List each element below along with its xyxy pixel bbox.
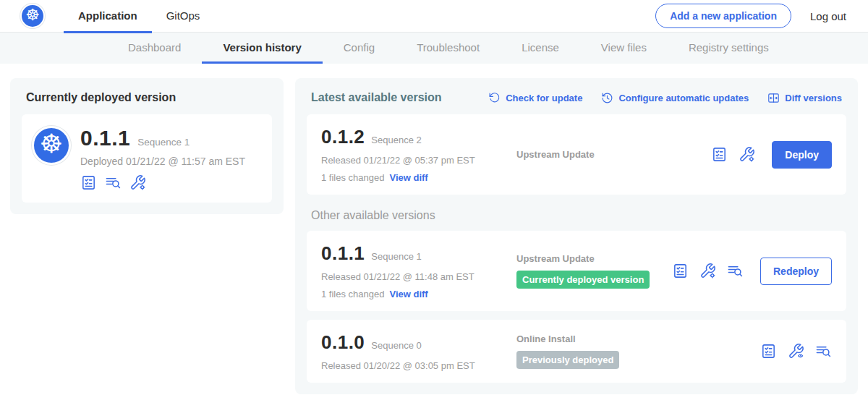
edit-config-icon[interactable]	[699, 263, 716, 279]
deployed-timestamp: Deployed 01/21/22 @ 11:57 am EST	[80, 156, 245, 167]
deployed-version-number: 0.1.1	[80, 126, 130, 150]
other-available-versions-title: Other available versions	[311, 209, 846, 222]
subnav-tab-dashboard[interactable]: Dashboard	[107, 33, 202, 64]
main-content: Currently deployed version ☸ 0.1.1 Seque…	[0, 64, 868, 394]
tab-gitops[interactable]: GitOps	[152, 0, 215, 33]
view-diff-link[interactable]: View diff	[389, 172, 427, 183]
previously-deployed-badge: Previously deployed	[516, 351, 619, 369]
version-source-label: Upstream Update	[516, 149, 711, 160]
released-timestamp: Released 01/20/22 @ 03:05 pm EST	[321, 360, 503, 371]
version-source-label: Upstream Update	[516, 253, 672, 264]
sequence-label: Sequence 2	[371, 135, 421, 145]
deployed-sequence-label: Sequence 1	[137, 137, 190, 148]
edit-config-icon[interactable]	[129, 174, 146, 191]
preflight-checks-icon[interactable]	[672, 263, 689, 279]
files-changed-label: 1 files changed	[321, 289, 384, 299]
schedule-update-icon	[601, 92, 613, 104]
version-number: 0.1.2	[321, 126, 365, 148]
version-row-0-1-2: 0.1.2 Sequence 2 Released 01/21/22 @ 05:…	[307, 114, 846, 195]
check-for-update-link[interactable]: Check for update	[488, 92, 582, 104]
redeploy-button[interactable]: Redeploy	[760, 258, 832, 285]
preflight-checks-icon[interactable]	[760, 343, 777, 360]
subnav-tab-registry-settings[interactable]: Registry settings	[668, 33, 790, 64]
sequence-label: Sequence 1	[371, 251, 421, 262]
subnav-tab-version-history[interactable]: Version history	[202, 33, 322, 64]
add-new-application-button[interactable]: Add a new application	[655, 4, 791, 28]
view-diff-link[interactable]: View diff	[389, 289, 427, 299]
version-source-label: Online Install	[516, 333, 760, 344]
version-number: 0.1.1	[321, 242, 365, 265]
version-number: 0.1.0	[321, 331, 365, 354]
subnav-tab-config[interactable]: Config	[323, 33, 396, 64]
currently-deployed-badge: Currently deployed version	[516, 271, 650, 289]
currently-deployed-title: Currently deployed version	[22, 91, 272, 104]
app-kubernetes-icon: ☸	[32, 126, 71, 165]
released-timestamp: Released 01/21/22 @ 05:37 pm EST	[321, 155, 503, 166]
app-nav-tabs: Application GitOps	[64, 0, 214, 33]
latest-available-title: Latest available version	[311, 91, 442, 104]
diff-versions-link[interactable]: Diff versions	[767, 92, 842, 104]
configure-automatic-updates-link[interactable]: Configure automatic updates	[601, 92, 749, 104]
edit-config-icon[interactable]	[739, 146, 755, 163]
currently-deployed-panel: Currently deployed version ☸ 0.1.1 Seque…	[10, 78, 284, 214]
release-notes-icon[interactable]	[727, 263, 744, 279]
preflight-checks-icon[interactable]	[711, 146, 728, 163]
version-row-0-1-1: 0.1.1 Sequence 1 Released 01/21/22 @ 11:…	[307, 231, 846, 311]
refresh-icon	[488, 92, 501, 104]
release-notes-icon[interactable]	[105, 174, 122, 191]
diff-icon	[767, 92, 780, 104]
files-changed-label: 1 files changed	[321, 172, 384, 183]
kubernetes-logo-icon: ☸	[20, 4, 45, 28]
subnav-tab-license[interactable]: License	[501, 33, 580, 64]
view-config-icon[interactable]	[788, 343, 804, 360]
sequence-label: Sequence 0	[371, 340, 421, 351]
tab-application[interactable]: Application	[64, 0, 152, 33]
subnav-tab-troubleshoot[interactable]: Troubleshoot	[396, 33, 501, 64]
secondary-nav: Dashboard Version history Config Trouble…	[0, 33, 868, 64]
version-history-panel: Latest available version Check for updat…	[295, 78, 858, 394]
release-notes-icon[interactable]	[815, 343, 832, 360]
logout-link[interactable]: Log out	[810, 10, 846, 22]
version-row-0-1-0: 0.1.0 Sequence 0 Released 01/20/22 @ 03:…	[307, 320, 846, 383]
deployed-version-card: ☸ 0.1.1 Sequence 1 Deployed 01/21/22 @ 1…	[22, 114, 272, 203]
preflight-checks-icon[interactable]	[80, 174, 97, 191]
subnav-tab-view-files[interactable]: View files	[580, 33, 668, 64]
top-navbar: ☸ Application GitOps Add a new applicati…	[0, 0, 868, 33]
released-timestamp: Released 01/21/22 @ 11:48 am EST	[321, 271, 503, 282]
deploy-button[interactable]: Deploy	[772, 141, 832, 169]
